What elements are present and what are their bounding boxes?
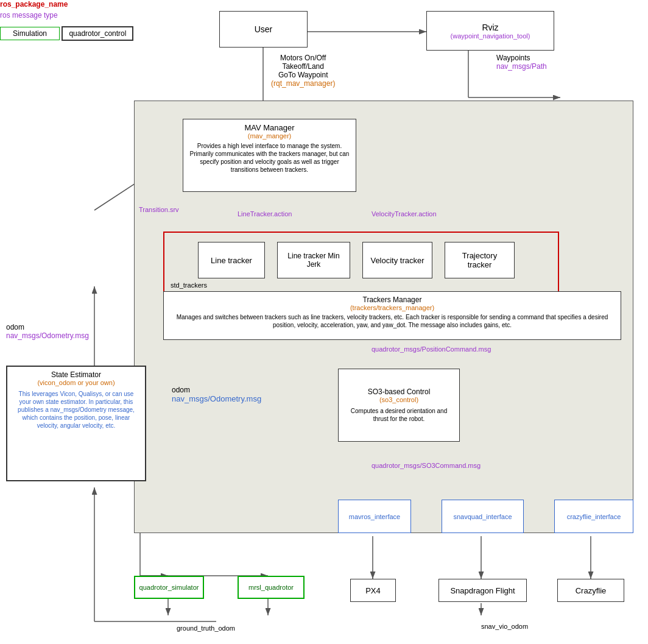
velocity-tracker-box: Velocity tracker xyxy=(362,242,432,278)
line-tracker-box: Line tracker xyxy=(198,242,265,278)
user-label: User xyxy=(255,24,273,34)
quadrotor-simulator-label: quadrotor_simulator xyxy=(139,584,199,591)
crazyflie-box: Crazyflie xyxy=(557,579,624,602)
legend-ros-package: ros_package_name xyxy=(0,0,133,9)
transition-srv-label: Transition.srv xyxy=(139,206,179,213)
mav-manager-sublabel: (mav_manger) xyxy=(188,132,351,140)
rqt-label: (rqt_mav_manager) xyxy=(271,79,335,88)
so3-command-text: quadrotor_msgs/SO3Command.msg xyxy=(372,462,481,469)
ground-truth-odom-label: ground_truth_odom xyxy=(177,625,235,632)
snapdragon-flight-box: Snapdragon Flight xyxy=(438,579,527,602)
snav-vio-odom-text: snav_vio_odom xyxy=(481,623,528,630)
takeoff-label: Takeoff/Land xyxy=(271,62,335,71)
goto-label: GoTo Waypoint xyxy=(271,71,335,79)
state-estimator-box: State Estimator (vicon_odom or your own)… xyxy=(6,366,146,481)
legend-quadrotor-control-label: quadrotor_control xyxy=(69,29,126,38)
line-tracker-action-label: LineTracker.action xyxy=(238,210,292,218)
trackers-manager-desc: Manages and switches between trackers su… xyxy=(169,313,616,329)
mav-manager-label: MAV Manager xyxy=(188,123,351,132)
mavros-interface-box: mavros_interface xyxy=(338,500,411,533)
std-trackers-box: Line tracker Line tracker Min Jerk Veloc… xyxy=(163,232,559,295)
px4-box: PX4 xyxy=(350,579,396,602)
nav-msgs-path: nav_msgs/Path xyxy=(496,62,547,71)
odom-left-odometry: nav_msgs/Odometry.msg xyxy=(6,331,89,340)
crazyflie-interface-label: crazyflie_interface xyxy=(567,513,621,520)
state-estimator-sublabel: (vicon_odom or your own) xyxy=(12,379,140,386)
position-command-text: quadrotor_msgs/PositionCommand.msg xyxy=(372,345,491,353)
line-tracker-min-jerk-box: Line tracker Min Jerk xyxy=(277,242,350,278)
diagram: ros_package_name ros message type Simula… xyxy=(0,0,648,644)
velocity-tracker-label: Velocity tracker xyxy=(370,256,424,265)
so3-control-sublabel: (so3_control) xyxy=(379,396,418,403)
legend-simulation-box: Simulation xyxy=(0,27,60,40)
legend-quadrotor-control-box: quadrotor_control xyxy=(62,26,133,41)
snav-vio-odom-label: snav_vio_odom xyxy=(481,623,528,630)
waypoints-label: Waypoints nav_msgs/Path xyxy=(496,54,547,71)
trackers-manager-sublabel: (trackers/trackers_manager) xyxy=(169,304,616,311)
trajectory-tracker-box: Trajectory tracker xyxy=(445,242,515,278)
quadrotor-simulator-box: quadrotor_simulator xyxy=(134,576,204,599)
velocity-tracker-action-label: VelocityTracker.action xyxy=(372,210,437,218)
odom-left-text: odom xyxy=(6,323,89,331)
so3-control-label: SO3-based Control xyxy=(368,387,431,396)
mrsl-quadrotor-label: mrsl_quadrotor xyxy=(248,584,294,591)
px4-label: PX4 xyxy=(365,586,381,595)
crazyflie-interface-box: crazyflie_interface xyxy=(554,500,633,533)
mav-manager-box: MAV Manager (mav_manger) Provides a high… xyxy=(183,119,356,192)
line-tracker-label: Line tracker xyxy=(211,256,252,265)
so3-control-box: SO3-based Control (so3_control) Computes… xyxy=(338,369,460,442)
transition-srv-text: Transition.srv xyxy=(139,206,179,213)
position-command-label: quadrotor_msgs/PositionCommand.msg xyxy=(372,345,491,353)
so3-command-label: quadrotor_msgs/SO3Command.msg xyxy=(372,462,481,469)
line-tracker-min-jerk-label: Line tracker Min Jerk xyxy=(283,252,345,269)
snapdragon-flight-label: Snapdragon Flight xyxy=(450,586,515,595)
user-commands-label: Motors On/Off Takeoff/Land GoTo Waypoint… xyxy=(271,54,335,88)
snavquad-interface-box: snavquad_interface xyxy=(442,500,524,533)
legend: ros_package_name ros message type Simula… xyxy=(0,0,133,41)
state-estimator-label: State Estimator xyxy=(12,370,140,379)
trackers-manager-box: Trackers Manager (trackers/trackers_mana… xyxy=(163,291,621,340)
line-tracker-action-text: LineTracker.action xyxy=(238,210,292,218)
trajectory-tracker-label: Trajectory tracker xyxy=(450,251,509,269)
rviz-label: Rviz xyxy=(482,23,498,32)
odom2-odometry: nav_msgs/Odometry.msg xyxy=(172,394,261,403)
legend-ros-message: ros message type xyxy=(0,11,133,19)
motors-label: Motors On/Off xyxy=(271,54,335,62)
ground-truth-odom-text: ground_truth_odom xyxy=(177,625,235,632)
mav-manager-desc: Provides a high level interface to manag… xyxy=(188,142,351,174)
mavros-interface-label: mavros_interface xyxy=(349,513,400,520)
velocity-tracker-action-text: VelocityTracker.action xyxy=(372,210,437,218)
trackers-manager-label: Trackers Manager xyxy=(169,295,616,304)
waypoints-text: Waypoints xyxy=(496,54,547,62)
crazyflie-label: Crazyflie xyxy=(576,586,607,595)
mrsl-quadrotor-box: mrsl_quadrotor xyxy=(238,576,305,599)
odom2-text: odom xyxy=(172,386,261,394)
snavquad-interface-label: snavquad_interface xyxy=(453,513,512,520)
so3-control-desc: Computes a desired orientation and thrus… xyxy=(343,407,454,423)
rviz-sublabel: (waypoint_navigation_tool) xyxy=(451,32,530,40)
std-trackers-text: std_trackers xyxy=(171,281,207,289)
odom2-label: odom nav_msgs/Odometry.msg xyxy=(172,386,261,403)
legend-simulation-label: Simulation xyxy=(13,29,47,38)
rviz-box: Rviz (waypoint_navigation_tool) xyxy=(426,11,554,51)
odom-left-label: odom nav_msgs/Odometry.msg xyxy=(6,323,89,340)
user-box: User xyxy=(219,11,308,48)
std-trackers-label: std_trackers xyxy=(171,281,207,289)
state-estimator-desc: This leverages Vicon, Qualisys, or can u… xyxy=(12,390,140,430)
